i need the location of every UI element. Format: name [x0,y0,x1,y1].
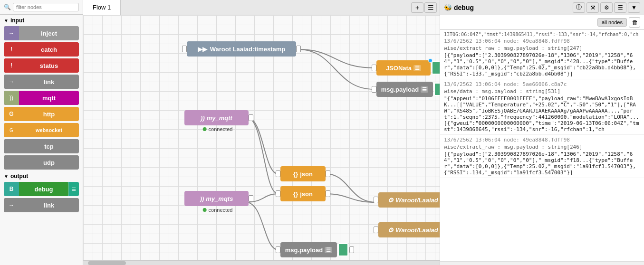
waroot001-icon: ⚙ [388,197,394,204]
debug-settings-button[interactable]: ⚙ [600,2,613,13]
sidebar-item-http[interactable]: G http [4,107,79,121]
node-msg-payload-1[interactable]: msg.payload ☰ [374,82,440,97]
port-left-waroot001[interactable] [374,197,378,203]
node-waroot-001[interactable]: ⚙ Waroot/Laaiad_001 [376,192,440,208]
sidebar-item-websocket[interactable]: G websocket [4,123,79,137]
jsonata-toggle[interactable] [432,61,440,75]
sidebar-item-inject[interactable]: → inject [4,26,79,40]
port-right-my-mqts[interactable] [249,195,253,202]
canvas-hscroll-thumb[interactable] [88,261,126,265]
http-label: http [19,107,79,121]
add-flow-button[interactable]: + [411,2,423,13]
my-mqts-sublabel: connected [203,207,233,213]
port-right-waroot-ts[interactable] [296,46,301,52]
search-icon: 🔍 [4,4,11,10]
filter-input[interactable] [13,3,79,11]
link2-label: link [19,198,79,212]
msg-payload-1-label: msg.payload [381,86,419,93]
msg1-menu-icon[interactable]: ☰ [421,86,428,93]
sidebar: 🔍 ▼ input → inject ! catch ! status → li… [0,0,83,265]
section-output-label: output [10,173,28,180]
sidebar-item-link[interactable]: → link [4,75,79,89]
msg2-toggle[interactable] [338,243,348,256]
port-left-msg2[interactable] [276,246,280,253]
sidebar-item-link2[interactable]: → link [4,198,79,212]
msg2-menu-icon[interactable]: ☰ [325,247,332,253]
sidebar-item-mqtt[interactable]: )) mqtt [4,91,79,105]
all-nodes-button[interactable]: all nodes [597,18,627,27]
sidebar-item-udp[interactable]: udp [4,155,79,170]
debug-menu-button[interactable]: ☰ [614,2,626,13]
catch-label: catch [19,42,79,57]
flow-tab-actions: + ☰ [411,2,440,13]
udp-label: udp [19,155,79,170]
sidebar-item-status[interactable]: ! status [4,58,79,73]
port-right-msg2[interactable] [349,246,354,253]
jsonata-menu-icon[interactable]: ☰ [413,65,421,71]
debug-msg3-path: wise/extract_raw : msg.payload : string[… [444,144,640,150]
clear-debug-button[interactable]: 🗑 [629,17,640,28]
debug-msg3-body: [{"payload":["2.303990827897026e-18","13… [444,151,640,176]
waroot-ts-icon: ▶▶ [198,46,207,53]
node-waroot-ts[interactable]: ▶▶ Waroot Laaiad:timestamp [184,41,298,57]
debug-header-actions: ⓘ ⚒ ⚙ ☰ ▼ [573,2,640,13]
flow-menu-button[interactable]: ☰ [424,2,437,13]
port-right-my-mqtt[interactable] [249,114,253,121]
sidebar-item-tcp[interactable]: tcp [4,139,79,153]
flow-tab-1[interactable]: Flow 1 [83,0,121,15]
websocket-label: websocket [19,123,79,137]
node-my-mqtt[interactable]: )) my_mqtt connected [184,110,251,125]
waroot002-icon: ⚙ [388,227,394,234]
sidebar-item-catch[interactable]: ! catch [4,42,79,57]
msg1-toggle[interactable] [434,83,440,96]
node-json1[interactable]: {} json [278,166,328,181]
debug-message-2: 13/6/2562 13:06:04 node: 5ae66066.c8a7c … [440,79,644,135]
debug-messages[interactable]: 13T06:06:04Z","tmst":1439865411,"rssi":-… [440,30,644,261]
port-right-json1[interactable] [326,170,330,177]
section-input-label: input [10,17,24,24]
bug-icon: 🐝 [444,4,452,11]
debug-hscroll[interactable] [440,261,644,265]
mqts-wave-icon: )) [200,195,204,202]
port-right-json2[interactable] [326,190,330,197]
port-left-waroot002[interactable] [374,227,378,233]
debug-panel: 🐝 debug ⓘ ⚒ ⚙ ☰ ▼ all nodes 🗑 13T06:06:0… [440,0,644,265]
debug-msg1-subheader: 13/6/2562 13:06:04 node: 49ea8848.fdff98 [444,38,640,44]
section-output-header[interactable]: ▼ output [0,170,83,181]
tcp-label: tcp [19,139,79,153]
debug-settings-alt-button[interactable]: ⚒ [586,2,599,13]
mqts-connected-dot [203,208,207,212]
debug-message-1: 13T06:06:04Z","tmst":1439865411,"rssi":-… [440,30,644,79]
debug-collapse-button[interactable]: ▼ [628,2,640,13]
debug-msg2-subheader: 13/6/2562 13:06:04 node: 5ae66066.c8a7c [444,81,640,87]
my-mqtt-label: my_mqtt [207,114,232,122]
section-input-header[interactable]: ▼ input [0,15,83,25]
jsonata-label: JSONata [386,65,412,72]
port-left-json2[interactable] [276,190,280,197]
node-jsonata[interactable]: JSONata ☰ [374,60,440,76]
port-left-msg1[interactable] [372,86,376,93]
flow-tabs: Flow 1 + ☰ [83,0,440,15]
json2-label: json [300,190,313,198]
canvas-hscroll[interactable] [83,260,440,265]
input-arrow-icon: ▼ [4,18,9,23]
debug-msg3-subheader: 13/6/2562 13:06:04 node: 49ea8848.fdff98 [444,137,640,143]
node-waroot-002[interactable]: ⚙ Waroot/Laaiad_002 [376,222,440,237]
port-left-jsonata[interactable] [372,65,376,71]
port-left-json1[interactable] [276,170,280,177]
node-json2[interactable]: {} json [278,186,328,201]
debug-msg2-path: wise/data : msg.payload : string[531] [444,88,640,95]
output-arrow-icon: ▼ [4,174,9,179]
node-msg-payload-2[interactable]: msg.payload ☰ [278,242,352,257]
debug-header: 🐝 debug ⓘ ⚒ ⚙ ☰ ▼ [440,0,644,15]
flow-tab-label: Flow 1 [93,4,111,11]
msg-payload-2-label: msg.payload [285,246,323,254]
sidebar-item-debug[interactable]: B debug ☰ [4,182,79,196]
canvas-area[interactable]: ▶▶ Waroot Laaiad:timestamp JSONata ☰ msg… [83,15,440,260]
waroot-ts-label: Waroot Laaiad:timestamp [210,46,285,53]
node-my-mqts[interactable]: )) my_mqts connected [184,191,251,206]
debug-title: 🐝 debug [444,4,573,11]
port-left-waroot-ts[interactable] [182,46,187,52]
json2-icon: {} [293,190,298,198]
debug-info-button[interactable]: ⓘ [573,2,585,13]
